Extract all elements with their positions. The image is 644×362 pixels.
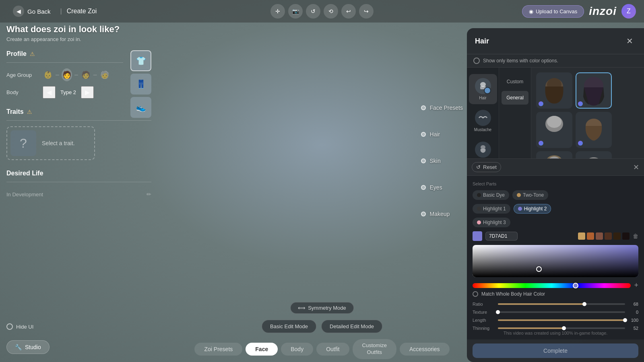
preset-1[interactable] bbox=[578, 232, 585, 240]
scene-label-face-presets[interactable]: Face Presets bbox=[421, 105, 463, 111]
hue-slider[interactable] bbox=[473, 283, 631, 288]
texture-track[interactable] bbox=[498, 311, 625, 313]
close-panel-button[interactable]: ✕ bbox=[623, 35, 636, 47]
chip-basic-dye[interactable]: Basic Dye bbox=[473, 190, 509, 200]
move-tool-button[interactable]: ✛ bbox=[270, 4, 285, 19]
preview-thumb-1[interactable]: 👕 bbox=[130, 50, 151, 71]
body-next-button[interactable]: ▶ bbox=[81, 86, 94, 99]
scene-label-makeup[interactable]: Makeup bbox=[421, 211, 463, 217]
undo-button[interactable]: ↩ bbox=[341, 4, 356, 19]
age-adult-icon[interactable]: 🧑 bbox=[62, 68, 72, 81]
chip-highlight-2[interactable]: Highlight 2 bbox=[514, 204, 551, 214]
preset-3[interactable] bbox=[596, 232, 603, 240]
hide-ui-radio[interactable] bbox=[6, 323, 13, 330]
tab-accessories[interactable]: Accessories bbox=[400, 343, 449, 356]
age-baby-icon[interactable]: 👶 bbox=[43, 68, 53, 81]
highlight-2-dot bbox=[518, 207, 522, 211]
length-thumb[interactable] bbox=[623, 318, 627, 322]
preset-6[interactable] bbox=[622, 232, 630, 240]
eyes-dot bbox=[421, 185, 426, 190]
profile-title: Profile bbox=[6, 50, 27, 58]
hair-option-6[interactable] bbox=[576, 151, 612, 158]
general-tab[interactable]: General bbox=[502, 91, 528, 105]
scene-label-skin[interactable]: Skin bbox=[421, 158, 463, 164]
desired-life-section: Desired Life In Development ✏ bbox=[6, 170, 151, 201]
age-middle-icon[interactable]: 🧑 bbox=[80, 68, 91, 81]
svg-rect-1 bbox=[480, 86, 486, 89]
strip-item-hair[interactable]: Hair bbox=[469, 74, 497, 104]
hair-color-dot-2 bbox=[578, 101, 583, 106]
gradient-cursor bbox=[536, 266, 542, 272]
eyes-label: Eyes bbox=[430, 184, 442, 191]
hair-option-1[interactable] bbox=[536, 72, 572, 109]
main-subtitle: Create an appearance for zoi in. bbox=[6, 36, 151, 42]
trash-icon[interactable]: 🗑 bbox=[633, 233, 638, 239]
age-elder-icon[interactable]: 🧓 bbox=[99, 68, 110, 81]
trait-box[interactable]: ? Select a trait. bbox=[6, 126, 95, 160]
symmetry-mode-label: Symmetry Mode bbox=[308, 305, 346, 311]
hair-color-dot-4 bbox=[578, 141, 583, 146]
hide-ui-row[interactable]: Hide UI bbox=[6, 323, 33, 330]
detailed-edit-mode-button[interactable]: Detailed Edit Mode bbox=[321, 320, 382, 333]
scene-label-eyes[interactable]: Eyes bbox=[421, 184, 463, 191]
desired-edit-icon[interactable]: ✏ bbox=[147, 191, 151, 197]
length-track[interactable] bbox=[498, 319, 625, 321]
show-only-radio[interactable] bbox=[473, 58, 480, 64]
custom-tab[interactable]: Custom bbox=[502, 75, 528, 88]
tab-customize-outfits[interactable]: CustomizeOutfits bbox=[353, 339, 396, 359]
color-swatch[interactable] bbox=[473, 231, 482, 241]
symmetry-mode-button[interactable]: ⟺ Symmetry Mode bbox=[290, 302, 354, 314]
tab-zoi-presets[interactable]: Zoi Presets bbox=[194, 343, 242, 356]
scene-label-hair[interactable]: Hair bbox=[421, 131, 463, 138]
camera-tool-button[interactable]: 📷 bbox=[288, 4, 303, 19]
trait-icon: ? bbox=[10, 130, 36, 156]
strip-item-mustache[interactable]: Mustache bbox=[469, 106, 497, 136]
hair-panel-body: Hair Mustache Beard bbox=[467, 68, 644, 158]
chip-two-tone[interactable]: Two-Tone bbox=[512, 190, 548, 200]
preview-thumb-3[interactable]: 👟 bbox=[130, 97, 151, 118]
add-color-button[interactable]: + bbox=[634, 281, 638, 290]
preset-4[interactable] bbox=[605, 232, 612, 240]
svg-point-2 bbox=[481, 145, 485, 149]
chip-highlight-3[interactable]: Highlight 3 bbox=[473, 218, 510, 227]
body-prev-button[interactable]: ◀ bbox=[43, 86, 56, 99]
hair-panel-title: Hair bbox=[475, 37, 489, 45]
upload-to-canvas-button[interactable]: ◉ Upload to Canvas bbox=[522, 5, 584, 18]
hair-thumb-inner-2 bbox=[580, 74, 608, 108]
traits-divider bbox=[6, 120, 151, 121]
highlight-1-label: Highlight 1 bbox=[483, 206, 506, 212]
hex-input[interactable] bbox=[485, 232, 518, 241]
dismiss-button[interactable]: ✕ bbox=[633, 163, 639, 172]
complete-button[interactable]: Complete bbox=[473, 343, 638, 358]
reset-button[interactable]: ↺ Reset bbox=[472, 162, 501, 172]
hair-option-5[interactable] bbox=[536, 151, 572, 158]
user-avatar[interactable]: Z bbox=[621, 4, 636, 19]
tab-body[interactable]: Body bbox=[281, 343, 313, 356]
hair-option-2[interactable] bbox=[576, 72, 612, 109]
redo-button[interactable]: ↪ bbox=[359, 4, 374, 19]
chip-highlight-1[interactable]: Highlight 1 bbox=[473, 204, 510, 214]
gradient-picker[interactable] bbox=[473, 245, 638, 277]
preset-2[interactable] bbox=[587, 232, 594, 240]
match-radio[interactable] bbox=[473, 291, 478, 297]
hair-thumb-inner-1 bbox=[540, 74, 568, 108]
toolbar: ✛ 📷 ↺ ⟲ ↩ ↪ bbox=[270, 4, 374, 19]
profile-divider bbox=[6, 62, 123, 63]
ratio-track[interactable] bbox=[498, 303, 625, 305]
rotate-tool-button[interactable]: ↺ bbox=[306, 4, 320, 19]
desired-life-value: In Development ✏ bbox=[6, 188, 151, 201]
preview-thumb-2[interactable]: 👖 bbox=[130, 74, 151, 95]
ratio-thumb[interactable] bbox=[582, 302, 586, 306]
back-button[interactable]: ◀ Go Back bbox=[8, 3, 56, 19]
hair-option-4[interactable] bbox=[576, 112, 612, 148]
hair-option-3[interactable] bbox=[536, 112, 572, 148]
strip-item-beard[interactable]: Beard bbox=[469, 138, 497, 158]
reset-bar: ↺ Reset ✕ bbox=[467, 158, 644, 176]
hair-strip-icon bbox=[475, 78, 491, 94]
flip-tool-button[interactable]: ⟲ bbox=[324, 4, 338, 19]
preset-5[interactable] bbox=[613, 232, 621, 240]
tab-face[interactable]: Face bbox=[246, 343, 278, 356]
tab-outfit[interactable]: Outfit bbox=[316, 343, 349, 356]
basic-edit-mode-button[interactable]: Basic Edit Mode bbox=[262, 320, 316, 333]
texture-thumb[interactable] bbox=[496, 310, 500, 314]
